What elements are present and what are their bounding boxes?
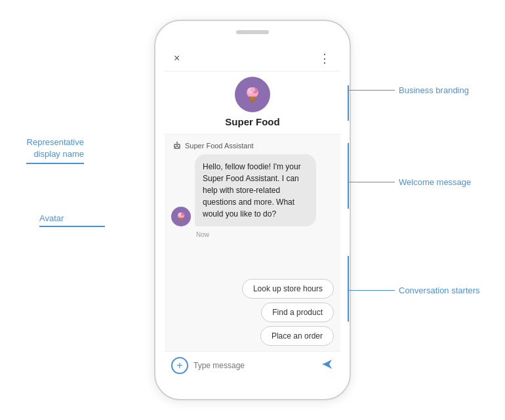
brand-logo bbox=[235, 77, 270, 112]
svg-rect-9 bbox=[174, 144, 180, 149]
annotation-welcome-message: Welcome message bbox=[348, 177, 471, 187]
avatar bbox=[171, 207, 191, 226]
message-input[interactable] bbox=[193, 361, 315, 370]
phone-speaker bbox=[236, 30, 269, 34]
send-icon bbox=[321, 358, 334, 371]
annotation-display-name-label: Representativedisplay name bbox=[27, 136, 84, 160]
annotation-welcome-vline bbox=[348, 143, 349, 209]
svg-marker-18 bbox=[179, 218, 184, 222]
svg-point-3 bbox=[251, 87, 255, 92]
close-button[interactable]: × bbox=[174, 52, 180, 64]
annotation-welcome-message-label: Welcome message bbox=[399, 177, 471, 187]
annotation-business-branding: Business branding bbox=[348, 85, 469, 95]
starters-area: Look up store hours Find a product Place… bbox=[165, 279, 340, 351]
input-bar: + bbox=[165, 351, 340, 379]
annotation-display-name: Representativedisplay name bbox=[26, 136, 84, 164]
svg-rect-10 bbox=[175, 145, 176, 146]
svg-rect-11 bbox=[178, 145, 179, 146]
add-button[interactable]: + bbox=[171, 357, 188, 374]
annotation-conversation-starters-label: Conversation starters bbox=[399, 285, 480, 295]
brand-icon bbox=[242, 84, 263, 105]
assistant-icon bbox=[172, 141, 182, 150]
starter-look-up-store-hours[interactable]: Look up store hours bbox=[242, 279, 334, 299]
assistant-name: Super Food Assistant bbox=[185, 142, 254, 150]
more-button[interactable]: ⋮ bbox=[319, 51, 331, 66]
starter-place-order[interactable]: Place an order bbox=[260, 326, 334, 346]
svg-marker-4 bbox=[249, 96, 256, 103]
phone-screen: × ⋮ bbox=[165, 45, 340, 379]
avatar-icon bbox=[175, 211, 187, 222]
brand-name: Super Food bbox=[225, 116, 279, 127]
main-container: × ⋮ bbox=[0, 0, 505, 420]
phone-shell: × ⋮ bbox=[154, 20, 351, 400]
annotation-conversation-starters: Conversation starters bbox=[348, 285, 480, 295]
starter-find-product[interactable]: Find a product bbox=[261, 303, 334, 322]
screen-topbar: × ⋮ bbox=[165, 45, 340, 72]
annotation-avatar-label: Avatar bbox=[39, 213, 64, 223]
chat-area: Super Food Assistant bbox=[165, 135, 340, 279]
message-bubble: Hello, fellow foodie! I'm your Super Foo… bbox=[195, 154, 316, 226]
assistant-label: Super Food Assistant bbox=[171, 141, 334, 150]
brand-section: Super Food bbox=[165, 72, 340, 135]
annotation-business-branding-label: Business branding bbox=[399, 85, 469, 95]
svg-rect-12 bbox=[176, 147, 178, 148]
annotation-business-branding-tick bbox=[348, 119, 349, 121]
annotation-avatar: Avatar bbox=[39, 213, 105, 227]
send-button[interactable] bbox=[321, 358, 334, 374]
svg-point-17 bbox=[181, 213, 184, 216]
annotation-starters-vline bbox=[348, 256, 349, 322]
message-row: Hello, fellow foodie! I'm your Super Foo… bbox=[171, 154, 334, 226]
svg-point-14 bbox=[176, 142, 178, 143]
message-time: Now bbox=[196, 231, 334, 238]
annotation-business-branding-vline bbox=[348, 85, 349, 119]
